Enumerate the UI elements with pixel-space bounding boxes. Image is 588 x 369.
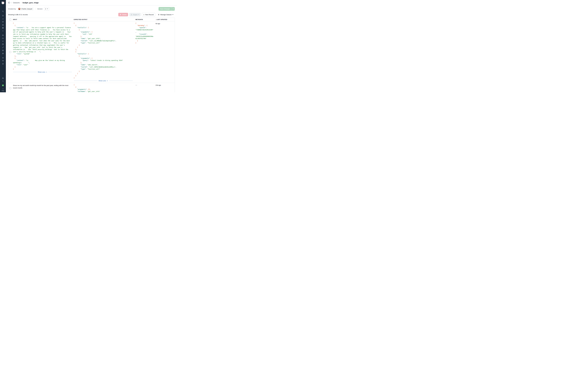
window-icon[interactable]: [0, 43, 6, 46]
nodes-icon[interactable]: [0, 34, 6, 37]
sidebar: ? Help: [0, 0, 6, 92]
export-icon: [131, 14, 132, 15]
chevron-down-icon: [173, 9, 174, 9]
search-icon[interactable]: [0, 10, 6, 13]
showing-records-text: Showing 1–10 of 31 records: [8, 14, 28, 16]
input-cell: Show me my net worth month-by-month for …: [12, 83, 73, 92]
grid-boxes-icon[interactable]: [0, 26, 6, 29]
history-icon[interactable]: [0, 14, 6, 17]
bar-chart-icon[interactable]: [0, 17, 6, 20]
expected-output-cell: [ { "toolCalls": [ { "arguments": { "uid…: [73, 21, 134, 83]
main-content: / Datasets / budget_guru_triage Created …: [6, 0, 177, 92]
breadcrumb-datasets[interactable]: Datasets: [13, 2, 20, 4]
link-icon[interactable]: [0, 46, 6, 49]
row-checkbox[interactable]: [10, 51, 11, 53]
creator-avatar: [18, 8, 21, 10]
bolt-icon[interactable]: [0, 29, 6, 32]
chevron-up-icon: [46, 71, 47, 73]
last-updated-cell: 4d ago: [155, 21, 175, 83]
metadata-empty: —: [135, 84, 154, 86]
divider: [35, 8, 36, 10]
version-select[interactable]: 2: [44, 7, 49, 10]
last-updated-value: 4d ago: [155, 22, 174, 24]
save-changes-dropdown[interactable]: [172, 7, 175, 11]
select-all-checkbox[interactable]: [10, 19, 11, 20]
save-changes-group: Save Changes: [158, 7, 175, 11]
chevron-down-icon: [138, 14, 139, 15]
bug-icon[interactable]: [0, 56, 6, 59]
creator-pill[interactable]: Charles Jacquet: [17, 7, 34, 10]
created-by-label: Created by:: [8, 8, 16, 10]
trash-icon: [120, 14, 121, 15]
binoculars-icon[interactable]: [0, 23, 6, 26]
column-header-input: INPUT: [12, 19, 73, 20]
table-row: [ { "content": "\n You are a support age…: [8, 21, 175, 83]
manage-dataset-button[interactable]: Manage Dataset: [156, 13, 175, 16]
page-title: budget_guru_triage: [23, 2, 39, 4]
alarm-clock-icon[interactable]: [0, 62, 6, 65]
creator-name: Charles Jacquet: [21, 8, 32, 10]
show-less-button[interactable]: Show Less: [99, 80, 108, 82]
hierarchy-icon[interactable]: [0, 77, 6, 80]
last-updated-value: 10d ago: [155, 84, 174, 86]
input-cell: [ { "content": "\n You are a support age…: [12, 21, 73, 83]
expected-output-json: [ { "toolCalls": [ { "arguments": { "uid…: [74, 22, 133, 79]
version-label: Version:: [37, 8, 43, 10]
help-button[interactable]: ? Help: [2, 88, 4, 91]
save-changes-button[interactable]: Save Changes: [158, 7, 172, 11]
records-table: INPUT EXPECTED OUTPUT METADATA ↓ LAST UP…: [8, 18, 175, 92]
chevron-up-icon: [107, 80, 108, 82]
breadcrumb-separator: /: [21, 2, 21, 4]
check-circle-icon[interactable]: [0, 20, 6, 23]
help-question-icon: ?: [2, 88, 3, 90]
show-less-row: Show Less: [74, 80, 133, 82]
expected-output-json: [ { "arguments": {}, "toolName": "get_us…: [74, 84, 133, 92]
package-icon[interactable]: [0, 49, 6, 52]
mascot-logo-icon[interactable]: [1, 1, 5, 5]
metadata-cell: —: [134, 83, 155, 92]
dataset-meta-row: Created by: Charles Jacquet Version: 2 S…: [6, 5, 177, 11]
metadata-cell: { "datadog": { "spanId": "73806673810109…: [134, 21, 155, 83]
upgrade-icon[interactable]: [0, 84, 6, 87]
input-text: Show me my net worth month-by-month for …: [13, 84, 72, 89]
cloud-icon[interactable]: [0, 37, 6, 40]
gear-icon: [158, 14, 160, 16]
new-record-button[interactable]: + New Record: [142, 13, 155, 16]
compass-icon[interactable]: [0, 52, 6, 55]
plus-icon: +: [143, 14, 144, 16]
column-header-expected-output: EXPECTED OUTPUT: [73, 19, 134, 20]
show-less-button[interactable]: Show Less: [38, 71, 47, 73]
column-header-last-updated[interactable]: ↓ LAST UPDATED: [155, 19, 175, 20]
sparkle-icon[interactable]: [0, 80, 6, 83]
paint-roller-icon[interactable]: [0, 59, 6, 62]
column-header-metadata: METADATA: [134, 19, 155, 20]
metadata-json: { "datadog": { "spanId": "73806673810109…: [135, 22, 154, 44]
filter-list-icon[interactable]: [0, 40, 6, 43]
records-toolbar: Showing 1–10 of 31 records Delete Export…: [6, 11, 177, 18]
sort-descending-icon: ↓: [155, 19, 156, 20]
version-value: 2: [45, 8, 46, 10]
breadcrumb: / Datasets / budget_guru_triage: [6, 0, 177, 5]
help-label: Help: [2, 90, 4, 91]
breadcrumb-separator: /: [11, 2, 12, 4]
last-updated-cell: 10d ago: [155, 83, 175, 92]
row-checkbox[interactable]: [10, 87, 11, 89]
expected-output-cell: [ { "arguments": {}, "toolName": "get_us…: [73, 83, 134, 92]
delete-button[interactable]: Delete: [118, 13, 128, 16]
table-header: INPUT EXPECTED OUTPUT METADATA ↓ LAST UP…: [8, 18, 175, 21]
input-json: [ { "content": "\n You are a support age…: [13, 22, 72, 70]
table-row: Show me my net worth month-by-month for …: [8, 83, 175, 92]
workspace-icon[interactable]: [8, 1, 10, 4]
chevron-down-icon: [47, 9, 48, 9]
record-range: 1–10: [15, 14, 18, 16]
show-less-row: Show Less: [13, 71, 72, 73]
chevron-down-icon: [172, 14, 173, 15]
export-button[interactable]: Export: [129, 13, 141, 16]
